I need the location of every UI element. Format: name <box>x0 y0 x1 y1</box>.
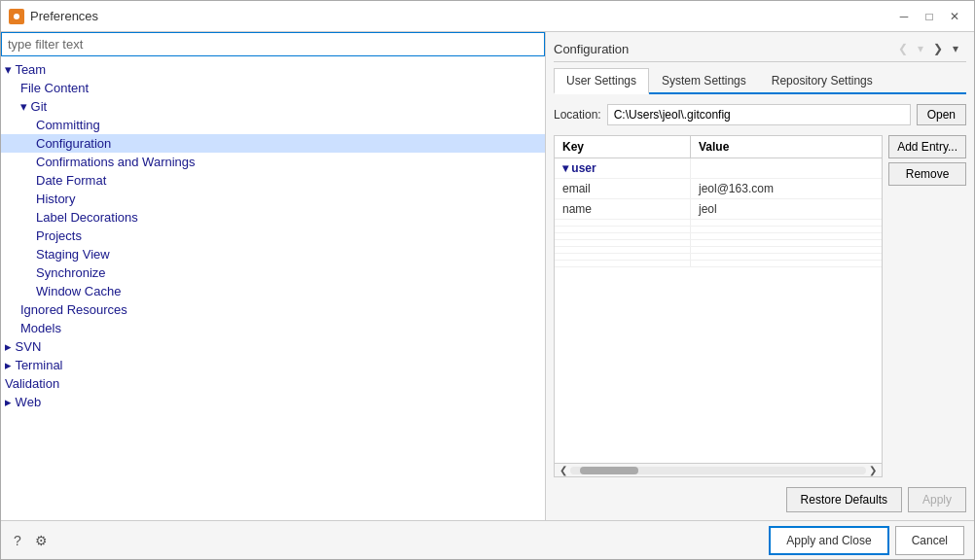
tree-label-file-content: File Content <box>20 81 89 95</box>
tab-repository-settings[interactable]: Repository Settings <box>759 68 885 92</box>
tab-system-settings[interactable]: System Settings <box>649 68 759 92</box>
cell-key-9 <box>555 261 691 266</box>
config-title-row: Configuration ❮ ▾ ❯ ▾ <box>554 40 966 62</box>
tree-item-history[interactable]: History <box>1 190 545 208</box>
remove-button[interactable]: Remove <box>888 162 966 186</box>
cell-value-3 <box>691 220 882 226</box>
location-label: Location: <box>554 108 601 122</box>
tree-item-web[interactable]: ▸ Web <box>1 393 545 411</box>
table-action-buttons: Add Entry... Remove <box>888 135 966 477</box>
help-button[interactable]: ? <box>11 530 24 551</box>
svg-point-1 <box>14 14 19 19</box>
tab-user-settings[interactable]: User Settings <box>554 68 649 94</box>
tree-label-label-decorations: Label Decorations <box>36 210 138 225</box>
table-row[interactable] <box>555 254 882 261</box>
preferences-icon-button[interactable]: ⚙ <box>32 530 51 551</box>
tabs-row: User SettingsSystem SettingsRepository S… <box>554 68 966 94</box>
footer-left: ? ⚙ <box>11 530 51 551</box>
col-header-value: Value <box>691 136 882 158</box>
tree-label-projects: Projects <box>36 228 82 243</box>
table-row[interactable]: emailjeol@163.com <box>555 179 882 199</box>
cell-value-9 <box>691 261 882 266</box>
tree-area: ▾ TeamFile Content▾ GitCommittingConfigu… <box>1 56 545 520</box>
table-row[interactable] <box>555 261 882 267</box>
tree-item-configuration[interactable]: Configuration <box>1 134 545 153</box>
col-header-key: Key <box>555 136 691 158</box>
cell-key-3 <box>555 220 691 226</box>
cell-value-1: jeol@163.com <box>691 179 882 198</box>
tree-item-team[interactable]: ▾ Team <box>1 60 545 79</box>
cancel-button[interactable]: Cancel <box>895 526 964 555</box>
window-controls: ─ □ ✕ <box>892 7 966 26</box>
tree-label-window-cache: Window Cache <box>36 284 121 298</box>
right-panel: Configuration ❮ ▾ ❯ ▾ User SettingsSyste… <box>546 32 974 520</box>
config-title-text: Configuration <box>554 42 629 56</box>
scroll-left-arrow[interactable]: ❮ <box>557 465 570 475</box>
tree-item-committing[interactable]: Committing <box>1 116 545 134</box>
open-button[interactable]: Open <box>917 104 966 125</box>
table-row[interactable] <box>555 220 882 227</box>
nav-forward-button[interactable]: ❯ <box>929 40 947 57</box>
tree-label-history: History <box>36 192 75 206</box>
cell-key-7 <box>555 247 691 253</box>
restore-defaults-button[interactable]: Restore Defaults <box>786 487 902 512</box>
cell-key-6 <box>555 240 691 246</box>
tree-item-file-content[interactable]: File Content <box>1 79 545 97</box>
apply-and-close-button[interactable]: Apply and Close <box>769 526 888 555</box>
table-row[interactable] <box>555 233 882 240</box>
table-row[interactable]: namejeol <box>555 199 882 220</box>
tree-label-staging-view: Staging View <box>36 247 110 262</box>
tree-item-models[interactable]: Models <box>1 319 545 337</box>
cell-value-2: jeol <box>691 199 882 219</box>
table-row[interactable]: ▾ user <box>555 158 882 179</box>
cell-value-0 <box>691 158 882 178</box>
add-entry-button[interactable]: Add Entry... <box>888 135 966 158</box>
tree-item-projects[interactable]: Projects <box>1 227 545 245</box>
close-button[interactable]: ✕ <box>943 7 966 26</box>
tree-item-terminal[interactable]: ▸ Terminal <box>1 356 545 374</box>
cell-value-7 <box>691 247 882 253</box>
location-row: Location: Open <box>554 100 966 129</box>
nav-back-button[interactable]: ❮ <box>894 40 912 57</box>
nav-forward-dropdown[interactable]: ▾ <box>949 40 962 57</box>
app-icon <box>9 9 24 24</box>
cell-key-5 <box>555 233 691 239</box>
nav-arrows: ❮ ▾ ❯ ▾ <box>894 40 962 57</box>
horizontal-scrollbar[interactable]: ❮ ❯ <box>555 463 882 476</box>
cell-key-8 <box>555 254 691 260</box>
title-bar: Preferences ─ □ ✕ <box>1 1 974 32</box>
tree-item-staging-view[interactable]: Staging View <box>1 245 545 263</box>
minimize-button[interactable]: ─ <box>892 7 916 26</box>
scroll-track[interactable] <box>570 467 866 474</box>
nav-back-dropdown[interactable]: ▾ <box>914 40 927 57</box>
location-input[interactable] <box>607 104 911 125</box>
tree-label-models: Models <box>20 321 61 335</box>
maximize-button[interactable]: □ <box>918 7 941 26</box>
tree-item-confirmations[interactable]: Confirmations and Warnings <box>1 153 545 171</box>
tree-label-confirmations: Confirmations and Warnings <box>36 155 196 169</box>
table-row[interactable] <box>555 247 882 254</box>
tree-item-date-format[interactable]: Date Format <box>1 171 545 190</box>
table-row[interactable] <box>555 227 882 233</box>
tree-label-validation: Validation <box>5 376 59 391</box>
apply-button[interactable]: Apply <box>908 487 966 512</box>
tree-item-git[interactable]: ▾ Git <box>1 97 545 116</box>
window-title: Preferences <box>30 9 886 23</box>
filter-input[interactable] <box>1 32 545 56</box>
cell-value-6 <box>691 240 882 246</box>
tree-item-window-cache[interactable]: Window Cache <box>1 282 545 300</box>
table-and-buttons: Key Value ▾ user emailjeol@163.com namej… <box>554 135 966 477</box>
tree-label-date-format: Date Format <box>36 173 106 188</box>
tree-item-label-decorations[interactable]: Label Decorations <box>1 208 545 227</box>
tree-item-ignored-resources[interactable]: Ignored Resources <box>1 300 545 319</box>
cell-key-1: email <box>555 179 691 198</box>
tree-item-synchronize[interactable]: Synchronize <box>1 263 545 282</box>
left-panel: ▾ TeamFile Content▾ GitCommittingConfigu… <box>1 32 546 520</box>
tree-item-svn[interactable]: ▸ SVN <box>1 337 545 356</box>
scroll-right-arrow[interactable]: ❯ <box>866 465 880 475</box>
table-body: ▾ user emailjeol@163.com namejeol <box>555 158 882 463</box>
tree-item-validation[interactable]: Validation <box>1 374 545 393</box>
cell-value-8 <box>691 254 882 260</box>
table-row[interactable] <box>555 240 882 247</box>
tree-label-configuration: Configuration <box>36 136 111 151</box>
